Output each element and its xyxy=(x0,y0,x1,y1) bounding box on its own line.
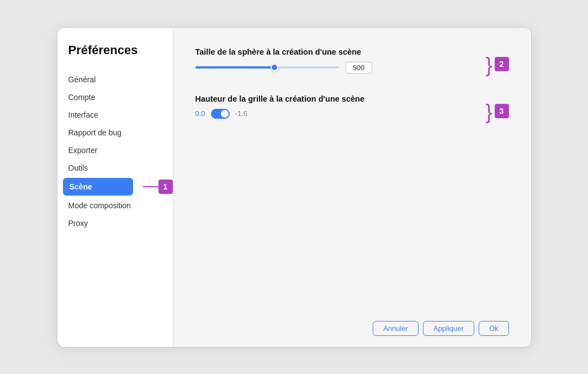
sphere-size-slider-row: 500 xyxy=(195,62,478,73)
grid-height-section: Hauteur de la grille à la création d'une… xyxy=(195,94,509,122)
toggle-knob xyxy=(221,110,229,118)
annotation-badge-2: 2 xyxy=(495,57,509,71)
sidebar-item-exporter[interactable]: Exporter xyxy=(57,141,173,159)
grid-height-annotation: } 3 xyxy=(485,100,508,122)
toggle-value-left: 0.0 xyxy=(195,109,205,118)
bracket-icon-2: } xyxy=(485,55,492,75)
sphere-size-inner: Taille de la sphère à la création d'une … xyxy=(195,48,478,89)
ok-button[interactable]: Ok xyxy=(479,321,509,336)
grid-height-inner: Hauteur de la grille à la création d'une… xyxy=(195,94,478,119)
sidebar-title: Préférences xyxy=(57,43,173,71)
toggle-value-right: -1.6 xyxy=(235,109,247,118)
bracket-icon-3: } xyxy=(485,102,492,122)
grid-height-toggle-row: 0.0 -1.6 xyxy=(195,109,478,119)
sphere-size-label: Taille de la sphère à la création d'une … xyxy=(195,48,478,56)
sidebar-item-interface[interactable]: Interface xyxy=(57,106,173,124)
sidebar-item-outils[interactable]: Outils xyxy=(57,159,173,177)
sidebar-item-general[interactable]: Général xyxy=(57,71,173,88)
sphere-size-section: Taille de la sphère à la création d'une … xyxy=(195,48,509,89)
appliquer-button[interactable]: Appliquer xyxy=(423,321,474,336)
sidebar-item-scene[interactable]: Scène xyxy=(63,178,133,196)
annotation-badge-1: 1 xyxy=(158,180,173,194)
sidebar-item-rapport-de-bug[interactable]: Rapport de bug xyxy=(57,124,173,141)
annuler-button[interactable]: Annuler xyxy=(373,321,419,336)
slider-thumb[interactable] xyxy=(271,64,278,71)
slider-fill xyxy=(195,66,274,69)
annotation-badge-3: 3 xyxy=(495,104,509,118)
sidebar: Préférences Général Compte Interface Rap… xyxy=(57,28,173,347)
sphere-size-annotation: } 2 xyxy=(485,53,508,75)
main-content: Taille de la sphère à la création d'une … xyxy=(173,28,531,347)
preferences-dialog: Préférences Général Compte Interface Rap… xyxy=(57,27,532,347)
toggle-switch[interactable] xyxy=(211,109,230,119)
sidebar-item-proxy[interactable]: Proxy xyxy=(57,214,173,232)
sidebar-item-compte[interactable]: Compte xyxy=(57,88,173,106)
sphere-size-value[interactable]: 500 xyxy=(346,62,372,73)
sphere-size-slider-track[interactable] xyxy=(195,66,339,69)
grid-height-label: Hauteur de la grille à la création d'une… xyxy=(195,94,478,103)
sidebar-item-mode-composition[interactable]: Mode composition xyxy=(57,197,173,214)
footer: Annuler Appliquer Ok xyxy=(195,312,509,336)
